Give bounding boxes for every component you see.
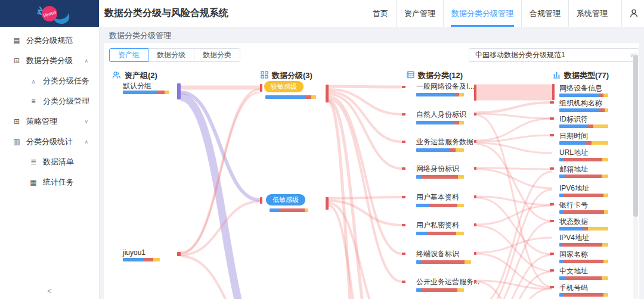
nav-item-system[interactable]: 系统管理 [568, 0, 615, 27]
sankey-node-label[interactable]: ID标识符 [559, 114, 588, 124]
nav-item-compliance[interactable]: 合规管理 [521, 0, 568, 27]
bar-segment [450, 148, 456, 152]
bar-segment [603, 260, 608, 263]
sidebar-item-data-classification[interactable]: ⊞数据分类分级∧ [0, 51, 99, 71]
sankey-node-label[interactable]: 中文地址 [559, 266, 588, 276]
tab-asset-group[interactable]: 资产组 [109, 48, 148, 62]
sankey-link [476, 169, 552, 188]
sankey-node-label[interactable]: 组织机构名称 [559, 98, 602, 108]
sidebar-menu: ▤分类分级规范⊞数据分类分级∧▵分类分级任务≡分类分级管理⊞策略管理∨▥分类分级… [0, 27, 99, 192]
sidebar: Venus ▤分类分级规范⊞数据分类分级∧▵分类分级任务≡分类分级管理⊞策略管理… [0, 0, 100, 299]
sankey-node-label[interactable]: 状态数据 [559, 217, 588, 227]
sankey-node-label[interactable]: URL地址 [559, 148, 588, 158]
bar-segment [603, 293, 608, 297]
sankey-node-mark [474, 140, 476, 143]
sankey-link [476, 114, 552, 119]
column-header-data-types: 数据类型(77) [553, 70, 609, 81]
sankey-node-label[interactable]: 用户私密资料 [416, 220, 459, 231]
chevron-down-icon[interactable]: ∨ [84, 119, 88, 124]
sankey-node-label[interactable]: IPV6地址 [559, 183, 589, 194]
sidebar-item-statistics[interactable]: ▥分类分级统计∧ [0, 132, 99, 152]
bar-segment [602, 175, 608, 178]
venus-logo: Venus [0, 0, 99, 27]
sankey-node-label[interactable]: 银行卡号 [559, 200, 588, 210]
sankey-node-label[interactable]: 低敏感级 [266, 194, 305, 205]
column-header-label: 资产组(2) [125, 70, 157, 81]
share-icon: ▵ [29, 77, 38, 85]
distribution-bar [416, 232, 464, 235]
bar-segment [158, 91, 165, 94]
sankey-link [329, 86, 402, 87]
blocks-icon: ⊞ [12, 117, 21, 126]
sankey-node-label[interactable]: jiuyou1 [123, 248, 145, 257]
tab-data-level[interactable]: 数据分级 [148, 48, 194, 62]
bar-segment [583, 227, 589, 231]
sidebar-item-classification-manage[interactable]: ≡分类分级管理 [0, 91, 99, 111]
bar-segment [559, 293, 564, 297]
sidebar-item-strategy[interactable]: ⊞策略管理∨ [0, 111, 99, 132]
sidebar-item-data-list-label: 数据清单 [43, 157, 74, 167]
sankey-node-label[interactable]: 日期时间 [559, 131, 588, 141]
sankey-node-label[interactable]: 自然人身份标识 [416, 110, 466, 120]
nav-item-home[interactable]: 首页 [365, 0, 396, 27]
sidebar-item-stats-task[interactable]: ▦统计任务 [0, 172, 99, 192]
bar-segment [559, 124, 588, 128]
tab-data-category[interactable]: 数据分类 [194, 48, 240, 62]
bar-segment [456, 148, 464, 152]
bar-segment [165, 91, 169, 94]
sankey-node-label[interactable]: 默认分组 [123, 81, 151, 91]
sankey-node-mark [177, 83, 181, 99]
distribution-bar [559, 260, 608, 263]
sidebar-item-classification-task[interactable]: ▵分类分级任务 [0, 71, 99, 91]
distribution-bar [559, 293, 608, 297]
bar-segment [593, 124, 608, 128]
sankey-node-label[interactable]: 网络身份标识 [416, 164, 459, 174]
sankey-node-mark [474, 167, 476, 170]
distribution-bar [559, 276, 608, 280]
sankey-node-label[interactable]: 公开业务运营服务... [416, 277, 479, 287]
bar-segment [588, 227, 608, 231]
sankey-node-label[interactable]: 网络设备信息 [559, 83, 602, 94]
bar-segment [422, 288, 457, 292]
scrollbar-thumb[interactable] [633, 55, 638, 217]
bar-segment [427, 232, 457, 235]
bar-segment [559, 141, 585, 145]
sankey-node-label[interactable]: IPV4地址 [559, 233, 589, 243]
bar-segment [459, 93, 464, 96]
chevron-up-icon[interactable]: ∧ [84, 58, 88, 64]
app-title: 数据分类分级与风险合规系统 [104, 7, 228, 20]
sankey-node-label[interactable]: 手机号码 [559, 283, 588, 293]
sankey-node-label[interactable]: 一般网络设备及I... [416, 82, 474, 92]
sankey-node-label[interactable]: 邮箱地址 [559, 164, 588, 175]
sankey-node-label[interactable]: 较敏感级 [264, 81, 304, 92]
grid-icon [261, 71, 268, 80]
user-menu[interactable] [621, 0, 644, 27]
sankey-node-mark [550, 101, 554, 104]
sankey-node-mark [474, 195, 476, 198]
sankey-node-mark [260, 197, 262, 204]
sankey-node-label[interactable]: 用户基本资料 [416, 192, 459, 203]
bar-segment [559, 175, 566, 178]
sidebar-collapse-button[interactable]: < [0, 286, 99, 295]
sidebar-item-statistics-label: 分类分级统计 [26, 136, 73, 147]
chart-icon: ▥ [12, 138, 21, 146]
bar-segment [306, 95, 311, 99]
lines-icon: ≡ [29, 97, 38, 105]
bar-segment [559, 260, 564, 263]
spec-select[interactable]: 中国移动数据分类分级规范1 ∨ [469, 48, 639, 62]
sankey-node-mark [402, 253, 405, 255]
chevron-up-icon[interactable]: ∧ [84, 139, 88, 145]
sidebar-item-data-list[interactable]: ≣数据清单 [0, 152, 99, 172]
nav-item-asset-management[interactable]: 资产管理 [396, 0, 443, 27]
nav-item-data-classification[interactable]: 数据分类分级管理 [443, 0, 521, 27]
bar-segment [153, 258, 160, 261]
distribution-bar [559, 94, 608, 97]
sankey-node-label[interactable]: 国家名称 [559, 250, 588, 260]
sankey-node-label[interactable]: 终端设备标识 [416, 249, 459, 259]
column-header-data-levels: 数据分级(3) [261, 70, 312, 81]
sankey-node-label[interactable]: 业务运营服务数据 [416, 137, 473, 147]
sidebar-item-classification-spec[interactable]: ▤分类分级规范 [0, 30, 99, 51]
bar-segment [588, 124, 594, 128]
sankey-node-mark [474, 252, 476, 255]
bar-segment [270, 208, 279, 212]
